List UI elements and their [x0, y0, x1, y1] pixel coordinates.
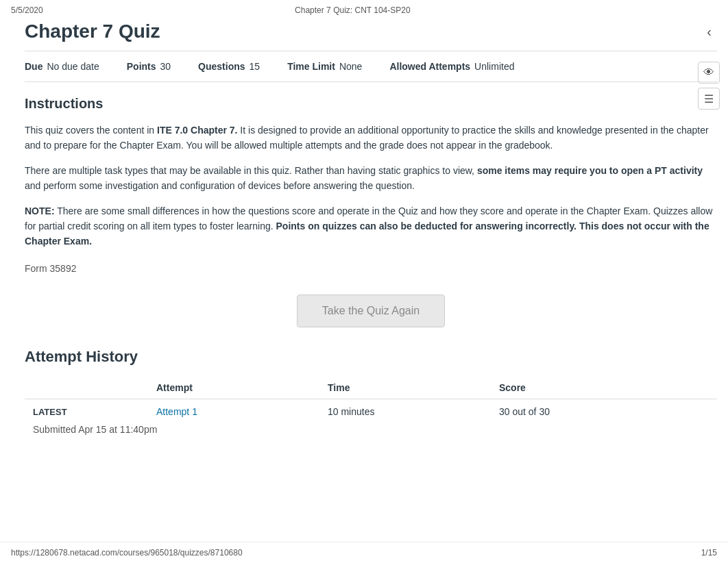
page-title: Chapter 7 Quiz: [25, 21, 160, 42]
collapse-button[interactable]: ‹: [701, 21, 717, 42]
latest-badge-text: LATEST: [33, 407, 67, 417]
list-icon: ☰: [704, 92, 714, 105]
submitted-text: Submitted Apr 15 at 11:40pm: [33, 424, 157, 435]
eye-icon: 👁: [703, 66, 714, 79]
form-number: Form 35892: [25, 263, 717, 274]
time-limit-item: Time Limit None: [287, 61, 362, 72]
allowed-attempts-value: Unlimited: [474, 61, 514, 72]
latest-badge: LATEST: [25, 399, 148, 424]
take-quiz-container: Take the Quiz Again: [25, 295, 717, 327]
submitted-row: Submitted Apr 15 at 11:40pm: [25, 424, 717, 442]
side-icons: 👁 ☰: [698, 62, 720, 110]
attempt-score: 30 out of 30: [491, 399, 717, 424]
questions-value: 15: [250, 61, 260, 72]
col-score: Score: [491, 377, 717, 399]
points-label: Points: [127, 61, 156, 72]
questions-label: Questions: [198, 61, 245, 72]
paragraph2-suffix: and perform some investigation and confi…: [25, 180, 415, 191]
paragraph2-bold: some items may require you to open a PT …: [477, 165, 703, 176]
table-row: LATEST Attempt 1 10 minutes 30 out of 30: [25, 399, 717, 424]
questions-item: Questions 15: [198, 61, 260, 72]
due-value: No due date: [47, 61, 99, 72]
allowed-attempts-label: Allowed Attempts: [389, 61, 470, 72]
allowed-attempts-item: Allowed Attempts Unlimited: [389, 61, 514, 72]
meta-bar: Due No due date Points 30 Questions 15 T…: [25, 51, 717, 82]
time-limit-value: None: [339, 61, 362, 72]
footer-pagination: 1/15: [701, 548, 717, 558]
attempt-time: 10 minutes: [319, 399, 491, 424]
col-latest: [25, 377, 148, 399]
paragraph2-prefix: There are multiple task types that may b…: [25, 165, 477, 176]
attempt-score-value: 30 out of 30: [499, 406, 550, 417]
instructions-paragraph2: There are multiple task types that may b…: [25, 163, 717, 194]
footer-bar: https://1280678.netacad.com/courses/9650…: [0, 542, 728, 563]
col-attempt: Attempt: [148, 377, 319, 399]
submitted-cell: Submitted Apr 15 at 11:40pm: [25, 424, 717, 442]
breadcrumb: Chapter 7 Quiz: CNT 104-SP20: [295, 5, 411, 15]
due-item: Due No due date: [25, 61, 99, 72]
time-limit-label: Time Limit: [287, 61, 335, 72]
top-bar: 5/5/2020 Chapter 7 Quiz: CNT 104-SP20: [0, 0, 728, 21]
instructions-paragraph1: This quiz covers the content in ITE 7.0 …: [25, 123, 717, 153]
instructions-title: Instructions: [25, 96, 717, 112]
note-label: NOTE:: [25, 205, 55, 216]
take-quiz-button[interactable]: Take the Quiz Again: [297, 295, 445, 327]
paragraph1-bold: ITE 7.0 Chapter 7.: [157, 125, 237, 136]
col-time: Time: [319, 377, 491, 399]
attempt-link-cell: Attempt 1: [148, 399, 319, 424]
instructions-paragraph3: NOTE: There are some small differences i…: [25, 203, 717, 249]
attempt-table: Attempt Time Score LATEST Attempt 1 10 m…: [25, 377, 717, 442]
due-label: Due: [25, 61, 43, 72]
instructions-section: Instructions This quiz covers the conten…: [25, 82, 717, 274]
main-container: Chapter 7 Quiz ‹ Due No due date Points …: [0, 21, 728, 442]
attempt-time-value: 10 minutes: [328, 406, 374, 417]
list-icon-button[interactable]: ☰: [698, 88, 720, 110]
attempt-history-section: Attempt History Attempt Time Score LATES…: [25, 348, 717, 442]
attempt-1-link[interactable]: Attempt 1: [156, 406, 197, 417]
points-value: 30: [160, 61, 171, 72]
attempt-history-title: Attempt History: [25, 348, 717, 366]
paragraph1-prefix: This quiz covers the content in: [25, 125, 157, 136]
title-row: Chapter 7 Quiz ‹: [25, 21, 717, 51]
table-header-row: Attempt Time Score: [25, 377, 717, 399]
footer-url: https://1280678.netacad.com/courses/9650…: [11, 548, 243, 558]
date-label: 5/5/2020: [11, 5, 43, 15]
eye-icon-button[interactable]: 👁: [698, 62, 720, 84]
points-item: Points 30: [127, 61, 171, 72]
